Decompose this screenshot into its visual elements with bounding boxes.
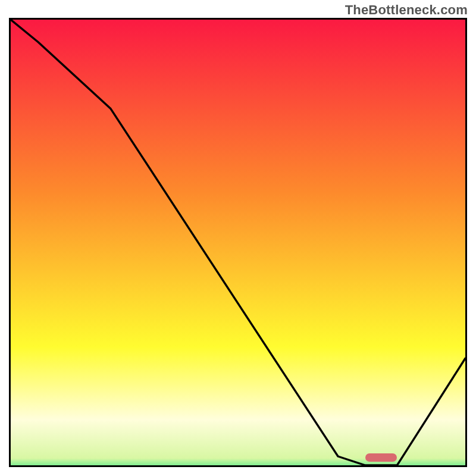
bottleneck-curve xyxy=(11,20,465,465)
plot-area xyxy=(9,18,467,467)
chart-container: TheBottleneck.com xyxy=(0,0,476,476)
watermark-text: TheBottleneck.com xyxy=(345,2,468,18)
optimal-range-marker xyxy=(365,453,397,462)
